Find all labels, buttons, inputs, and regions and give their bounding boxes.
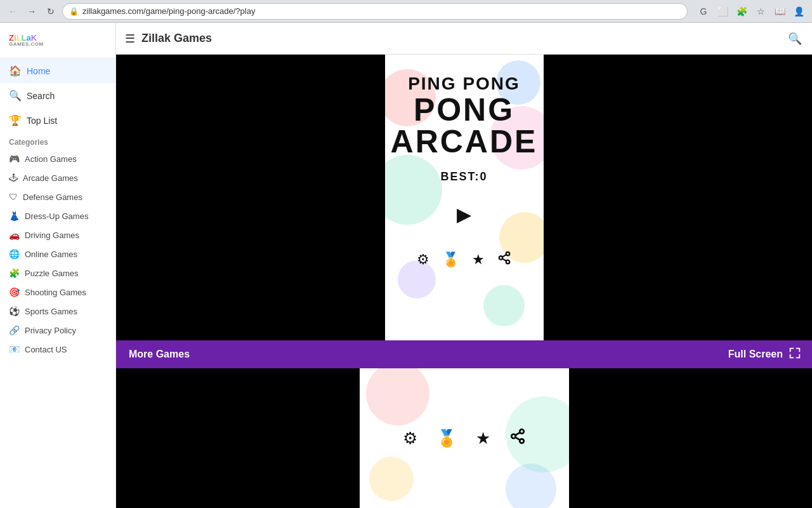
trophy-icon: 🏆: [9, 114, 22, 126]
game-title-area: PING PONG PONG ARCADE BEST:0 ▶ ⚙ 🏅 ★: [385, 55, 544, 278]
sidebar-item-shooting-games[interactable]: 🎯 Shooting Games: [0, 283, 115, 302]
cat-shooting-label: Shooting Games: [25, 288, 86, 297]
forward-button[interactable]: →: [24, 4, 39, 19]
sidebar-item-home[interactable]: 🏠 Home: [0, 58, 115, 83]
home-icon: 🏠: [9, 65, 22, 77]
game-title-line3: ARCADE: [391, 126, 538, 157]
gun-icon: 🎯: [9, 287, 20, 297]
second-share-button[interactable]: [509, 428, 526, 449]
sidebar-item-puzzle-games[interactable]: 🧩 Puzzle Games: [0, 264, 115, 283]
sidebar-item-privacy-policy[interactable]: 🔗 Privacy Policy: [0, 321, 115, 340]
second-settings-button[interactable]: ⚙: [403, 429, 417, 448]
settings-button[interactable]: ⚙: [417, 251, 429, 268]
game-title-line2: PONG: [414, 94, 514, 126]
fullscreen-icon: [788, 346, 802, 363]
game-best-score: BEST:0: [440, 170, 487, 184]
second-leaderboard-button[interactable]: 🏅: [436, 429, 457, 448]
sidebar-logo: ZiLLaK GAMES.COM: [9, 29, 47, 51]
page-header: ☰ Zillak Games 🔍: [116, 23, 812, 55]
svg-point-1: [499, 256, 503, 260]
sidebar-header: ZiLLaK GAMES.COM: [0, 23, 115, 58]
game-area: PING PONG PONG ARCADE BEST:0 ▶ ⚙ 🏅 ★: [116, 55, 812, 508]
share-button[interactable]: [497, 251, 511, 269]
globe-icon: 🌐: [9, 249, 20, 259]
svg-point-2: [506, 260, 510, 264]
cat-defense-label: Defense Games: [23, 192, 82, 202]
game-title-line1: PING PONG: [408, 74, 520, 94]
sidebar-item-search[interactable]: 🔍 Search: [0, 83, 115, 108]
header-right: 🔍: [787, 30, 803, 47]
fullscreen-label: Full Screen: [728, 349, 783, 360]
profile-icon[interactable]: 👤: [790, 3, 807, 20]
bubble-7: [483, 285, 525, 326]
header-search-button[interactable]: 🔍: [787, 30, 803, 47]
browser-toolbar: G ⬜ 🧩 ☆ 📖 👤: [695, 3, 807, 20]
google-icon[interactable]: G: [695, 3, 712, 20]
cat-online-label: Online Games: [25, 250, 77, 259]
bubble-s1: [366, 368, 429, 425]
svg-line-3: [502, 258, 506, 261]
dress-icon: 👗: [9, 211, 20, 221]
arcade-icon: 🕹: [9, 173, 18, 183]
contact-icon: 📧: [9, 344, 20, 354]
back-button[interactable]: ←: [5, 4, 20, 19]
play-icon: ▶: [457, 203, 471, 225]
cat-action-label: Action Games: [25, 154, 77, 164]
cat-arcade-label: Arcade Games: [23, 173, 78, 183]
svg-line-4: [502, 255, 506, 257]
shield-icon: 🛡: [9, 192, 18, 202]
browser-chrome: ← → ↻ 🔒 zillakgames.com/game/ping-pong-a…: [0, 0, 812, 23]
sidebar-item-sports-games[interactable]: ⚽ Sports Games: [0, 302, 115, 321]
cat-dressup-label: Dress-Up Games: [25, 211, 88, 221]
sidebar-item-arcade-games[interactable]: 🕹 Arcade Games: [0, 168, 115, 187]
game-bottom-bar: More Games Full Screen: [116, 340, 812, 368]
favorite-button[interactable]: ★: [472, 251, 485, 268]
extensions-icon[interactable]: 🧩: [733, 3, 750, 20]
fullscreen-button[interactable]: Full Screen: [718, 340, 812, 368]
nav-home-label: Home: [27, 66, 50, 76]
cat-privacy-label: Privacy Policy: [25, 326, 76, 335]
nav-search-label: Search: [27, 91, 55, 101]
svg-line-8: [515, 437, 520, 439]
game-panel: PING PONG PONG ARCADE BEST:0 ▶ ⚙ 🏅 ★: [385, 55, 544, 340]
game-action-buttons: ⚙ 🏅 ★: [417, 251, 511, 269]
screenshot-icon[interactable]: ⬜: [714, 3, 731, 20]
hamburger-button[interactable]: ☰: [125, 32, 135, 46]
sidebar-item-action-games[interactable]: 🎮 Action Games: [0, 149, 115, 168]
sidebar-item-driving-games[interactable]: 🚗 Driving Games: [0, 225, 115, 244]
sidebar: ZiLLaK GAMES.COM 🏠 Home 🔍 Search 🏆 Top L…: [0, 23, 116, 508]
nav-toplist-label: Top List: [27, 116, 57, 126]
address-bar[interactable]: 🔒 zillakgames.com/game/ping-pong-arcade/…: [62, 3, 688, 20]
second-favorite-button[interactable]: ★: [476, 429, 490, 448]
search-icon: 🔍: [9, 90, 22, 102]
svg-line-9: [515, 432, 520, 435]
sidebar-item-online-games[interactable]: 🌐 Online Games: [0, 244, 115, 264]
gamepad-icon: 🎮: [9, 154, 20, 164]
more-games-button[interactable]: More Games: [116, 340, 202, 368]
page-layout: ZiLLaK GAMES.COM 🏠 Home 🔍 Search 🏆 Top L…: [0, 23, 812, 508]
cat-driving-label: Driving Games: [25, 231, 79, 240]
main-content: ☰ Zillak Games 🔍: [116, 23, 812, 508]
link-icon: 🔗: [9, 325, 20, 335]
leaderboard-button[interactable]: 🏅: [442, 251, 459, 268]
cat-contact-label: Contact US: [25, 345, 67, 354]
second-game-area: ⚙ 🏅 ★: [116, 368, 812, 508]
svg-point-0: [506, 252, 510, 256]
cat-sports-label: Sports Games: [25, 307, 77, 316]
sidebar-item-defense-games[interactable]: 🛡 Defense Games: [0, 187, 115, 206]
play-button[interactable]: ▶: [447, 196, 482, 232]
sidebar-item-dressup-games[interactable]: 👗 Dress-Up Games: [0, 206, 115, 225]
bookmark-icon[interactable]: ☆: [752, 3, 769, 20]
refresh-button[interactable]: ↻: [43, 4, 58, 19]
sidebar-item-toplist[interactable]: 🏆 Top List: [0, 108, 115, 133]
svg-point-6: [511, 434, 516, 438]
second-game-action-buttons: ⚙ 🏅 ★: [403, 428, 526, 449]
svg-point-5: [520, 429, 524, 434]
bubble-s4: [369, 457, 414, 501]
url-text: zillakgames.com/game/ping-pong-arcade/?p…: [82, 6, 255, 16]
car-icon: 🚗: [9, 230, 20, 240]
puzzle-icon: 🧩: [9, 268, 20, 278]
categories-label: Categories: [0, 133, 115, 149]
sidebar-item-contact-us[interactable]: 📧 Contact US: [0, 340, 115, 359]
reading-list-icon[interactable]: 📖: [771, 3, 788, 20]
